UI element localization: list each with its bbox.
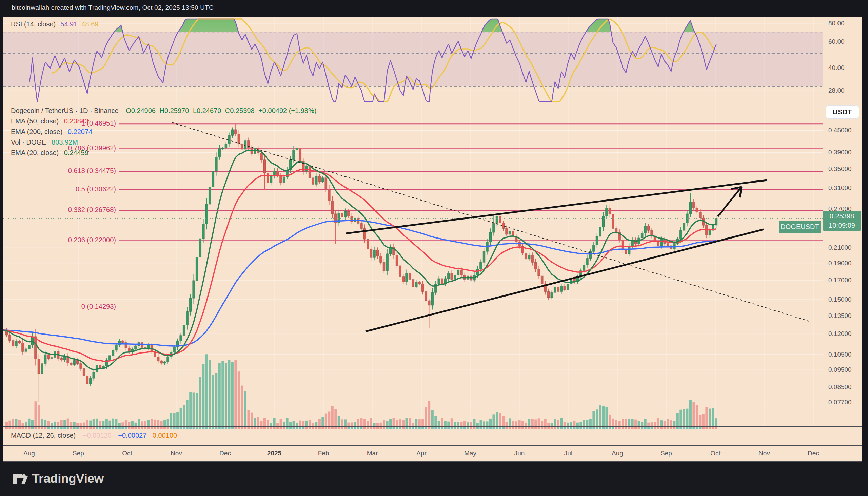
macd-hist-mark <box>673 427 675 429</box>
breakout-arrow[interactable] <box>718 187 741 216</box>
volume-bar <box>408 418 411 426</box>
volume-bar <box>431 410 434 426</box>
pane-border-rsi-price[interactable] <box>3 104 862 104</box>
price-axis-column[interactable]: USDT 80.0060.0040.0028.00 0.450000.39000… <box>823 17 862 462</box>
time-axis-label[interactable]: Dec <box>212 450 239 457</box>
volume-bar <box>660 420 662 426</box>
rsi-legend[interactable]: RSI (14, close)54.9148.69 <box>11 20 98 28</box>
candle-body <box>173 347 176 352</box>
candle-body <box>189 298 192 311</box>
volume-bar <box>25 422 27 426</box>
volume-bar <box>579 422 582 426</box>
macd-hist-mark <box>579 427 582 429</box>
macd-hist-mark <box>434 427 437 429</box>
volume-bar <box>344 419 347 426</box>
time-axis-label[interactable]: Apr <box>408 450 435 457</box>
macd-hist-mark <box>231 427 234 429</box>
chart-canvas[interactable] <box>3 17 823 462</box>
time-axis-label[interactable]: Sep <box>65 450 92 457</box>
macd-hist-mark <box>60 427 63 429</box>
macd-hist-mark <box>663 427 666 429</box>
fib-level-label: 0.382 (0.26768) <box>3 206 116 214</box>
bar-countdown: 10:09:09 <box>823 221 861 230</box>
volume-bar <box>486 421 488 426</box>
ema50-line[interactable] <box>3 169 717 361</box>
volume-bar <box>57 422 59 426</box>
ema20-line[interactable] <box>3 150 717 370</box>
time-axis-label[interactable]: Jun <box>506 450 533 457</box>
macd-legend[interactable]: MACD (12, 26, close) −0.00126 −0.00027 0… <box>11 432 177 439</box>
macd-hist-mark <box>302 427 304 429</box>
candle-body <box>157 357 159 361</box>
time-axis-label[interactable]: Feb <box>310 450 337 457</box>
candle-body <box>93 372 95 378</box>
volume-bar <box>44 420 46 426</box>
volume-bar <box>525 423 527 426</box>
candle-body <box>234 129 237 134</box>
volume-bar <box>147 420 150 426</box>
volume-bar <box>202 364 205 426</box>
macd-hist-mark <box>399 427 401 429</box>
macd-hist-mark <box>141 427 143 429</box>
macd-hist-mark <box>625 427 627 429</box>
volume-bar <box>657 418 659 426</box>
macd-hist-mark <box>525 427 527 429</box>
time-axis-label[interactable]: Mar <box>359 450 386 457</box>
volume-bar <box>560 418 563 426</box>
macd-hist-mark <box>254 427 256 429</box>
macd-hist-mark <box>370 427 372 429</box>
volume-bar <box>683 409 685 426</box>
volume-bar <box>193 392 195 426</box>
candle-body <box>709 230 711 235</box>
watermark-attribution-text: bitcoinwallah created with TradingView.c… <box>12 4 214 12</box>
candle-body <box>102 366 105 368</box>
ema200-legend[interactable]: EMA (200, close) 0.22074 <box>11 128 92 136</box>
macd-hist-mark <box>99 427 101 429</box>
ohlc-high: H0.25970 <box>160 107 189 114</box>
time-axis-label[interactable]: Oct <box>702 450 729 457</box>
candle-body <box>692 202 695 208</box>
candle-body <box>660 239 662 246</box>
candle-body <box>180 336 182 341</box>
volume-bar <box>612 419 614 426</box>
time-axis-label[interactable]: Oct <box>114 450 141 457</box>
price-axis-label: 0.45000 <box>823 126 866 134</box>
candle-body <box>183 325 185 336</box>
pane-border-price-macd[interactable] <box>3 427 862 427</box>
time-axis-label[interactable]: 2025 <box>261 450 288 457</box>
candle-body <box>186 311 189 325</box>
candle-body <box>496 216 498 223</box>
volume-bar <box>167 419 169 426</box>
symbol-legend[interactable]: Dogecoin / TetherUS · 1D · Binance O0.24… <box>11 107 316 115</box>
currency-toggle-button[interactable]: USDT <box>825 105 859 119</box>
time-axis-label[interactable]: Nov <box>751 450 778 457</box>
volume-bar <box>41 419 44 426</box>
tradingview-logo[interactable]: TradingView <box>12 471 104 486</box>
volume-bar <box>576 423 579 426</box>
time-axis-label[interactable]: Aug <box>16 450 43 457</box>
time-axis-label[interactable]: Jul <box>555 450 582 457</box>
time-axis-label[interactable]: Nov <box>163 450 190 457</box>
price-axis-label: 0.10500 <box>823 351 866 358</box>
volume-bar <box>247 410 250 426</box>
volume-bar <box>341 419 343 426</box>
time-axis-label[interactable]: Sep <box>653 450 680 457</box>
macd-hist-mark <box>270 427 272 429</box>
time-axis-label[interactable]: May <box>457 450 484 457</box>
fib-level-label: 1 (0.46951) <box>3 120 116 127</box>
time-axis-label[interactable]: Dec <box>800 450 827 457</box>
volume-bar <box>493 414 495 426</box>
macd-hist-mark <box>660 427 662 429</box>
macd-hist-mark <box>183 427 185 429</box>
macd-hist-mark <box>160 427 163 429</box>
volume-bar <box>118 423 121 426</box>
volume-bar <box>173 413 176 426</box>
macd-hist-mark <box>386 427 389 429</box>
macd-hist-mark <box>686 427 688 429</box>
candle-body <box>560 286 563 292</box>
volume-bar <box>477 423 479 426</box>
macd-hist-mark <box>57 427 59 429</box>
time-axis-label[interactable]: Aug <box>604 450 631 457</box>
macd-line-value: −0.00027 <box>118 432 146 439</box>
macd-hist-mark <box>167 427 169 429</box>
